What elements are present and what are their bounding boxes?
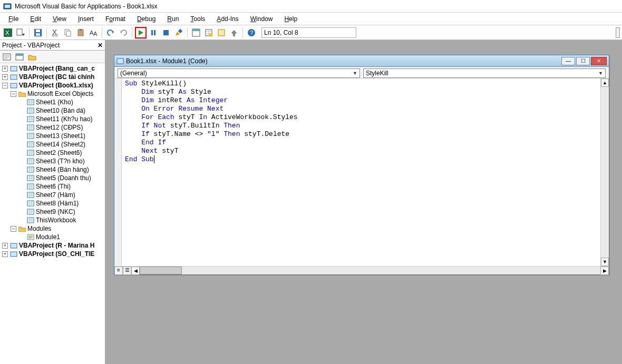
procedure-view-button[interactable]: ≡: [114, 267, 123, 275]
sheet-node[interactable]: Sheet4 (Bán hàng): [0, 165, 105, 174]
svg-rect-29: [218, 29, 225, 36]
minimize-button[interactable]: —: [561, 57, 575, 65]
project-node[interactable]: −VBAProject (Book1.xlsx): [0, 81, 105, 90]
sheet-node[interactable]: ThisWorkbook: [0, 216, 105, 224]
svg-rect-14: [80, 29, 82, 31]
menu-format[interactable]: Format: [100, 14, 131, 24]
code-margin: [114, 78, 122, 266]
sheet-node[interactable]: Sheet7 (Hàm): [0, 191, 105, 199]
sheet-node[interactable]: Sheet10 (Bán dá): [0, 106, 105, 115]
sheet-node[interactable]: Sheet9 (NKC): [0, 208, 105, 216]
svg-rect-37: [11, 75, 17, 80]
toggle-folders-icon[interactable]: [26, 51, 38, 63]
view-object-icon[interactable]: [14, 51, 25, 63]
menu-tools[interactable]: Tools: [185, 14, 210, 24]
svg-rect-53: [27, 218, 34, 223]
sheet-node[interactable]: Sheet12 (CĐPS): [0, 123, 105, 132]
object-combo[interactable]: (General)▼: [118, 68, 360, 78]
menu-addins[interactable]: Add-Ins: [211, 14, 244, 24]
menu-file[interactable]: File: [3, 14, 24, 24]
menu-debug[interactable]: Debug: [132, 14, 161, 24]
svg-point-28: [209, 33, 212, 36]
svg-rect-7: [36, 29, 40, 32]
sheet-node[interactable]: Sheet11 (Kh?u hao): [0, 115, 105, 123]
svg-text:?: ?: [250, 29, 253, 36]
horizontal-scrollbar[interactable]: ◀▶: [131, 267, 609, 274]
svg-rect-42: [27, 125, 34, 130]
excel-icon[interactable]: X: [2, 27, 14, 38]
svg-rect-51: [27, 201, 34, 206]
project-node[interactable]: +VBAProject (Bang_can_c: [0, 64, 105, 73]
object-browser-icon[interactable]: [216, 27, 227, 38]
svg-rect-24: [178, 28, 182, 33]
code-editor[interactable]: Sub StyleKill() Dim styT As Style Dim in…: [122, 78, 600, 266]
svg-rect-4: [17, 29, 22, 35]
project-node[interactable]: +VBAProject (R - Marina H: [0, 241, 105, 250]
svg-rect-21: [154, 30, 156, 35]
sheet-node[interactable]: Sheet6 (Thi): [0, 182, 105, 191]
menu-view[interactable]: View: [47, 14, 72, 24]
break-icon[interactable]: [148, 27, 159, 38]
project-pane-toolbar: [0, 51, 105, 63]
project-node[interactable]: +VBAProject (BC tài chính: [0, 73, 105, 81]
insert-dropdown-icon[interactable]: [15, 27, 26, 38]
help-icon[interactable]: ?: [246, 27, 257, 38]
paste-icon[interactable]: [75, 27, 86, 38]
cut-icon[interactable]: [50, 27, 61, 38]
svg-rect-52: [27, 209, 34, 214]
redo-icon[interactable]: [118, 27, 129, 38]
sheet-node[interactable]: Sheet5 (Doanh thu): [0, 174, 105, 182]
svg-rect-36: [11, 66, 17, 71]
run-sub-button[interactable]: [135, 27, 147, 38]
code-window-titlebar[interactable]: Book1.xlsx - Module1 (Code) — ☐ ✕: [114, 55, 609, 67]
sheet-node[interactable]: Sheet2 (Sheet6): [0, 149, 105, 157]
svg-rect-30: [233, 34, 235, 36]
maximize-button[interactable]: ☐: [576, 57, 590, 65]
svg-rect-45: [27, 150, 34, 155]
procedure-combo[interactable]: StyleKill▼: [363, 68, 606, 78]
save-icon[interactable]: [32, 27, 44, 38]
sheet-node[interactable]: Sheet13 (Sheet1): [0, 132, 105, 140]
copy-icon[interactable]: [62, 27, 74, 38]
svg-rect-41: [27, 116, 34, 122]
full-module-view-button[interactable]: ☰: [123, 267, 131, 275]
menu-insert[interactable]: Insert: [73, 14, 99, 24]
vertical-scrollbar[interactable]: ▲▼: [600, 78, 609, 266]
app-title: Microsoft Visual Basic for Applications …: [15, 3, 158, 10]
mdi-client-area: Book1.xlsx - Module1 (Code) — ☐ ✕ (Gener…: [105, 40, 622, 364]
find-icon[interactable]: AA: [88, 27, 99, 38]
menu-edit[interactable]: Edit: [25, 14, 46, 24]
svg-rect-46: [27, 159, 34, 164]
svg-rect-50: [27, 192, 34, 198]
project-explorer-icon[interactable]: [190, 27, 202, 38]
close-button[interactable]: ✕: [591, 57, 607, 65]
project-node[interactable]: +VBAProject (SO_CHI_TIE: [0, 250, 105, 258]
separator: [187, 27, 188, 38]
folder-node[interactable]: −Microsoft Excel Objects: [0, 90, 105, 98]
design-mode-icon[interactable]: [173, 27, 184, 38]
sheet-node[interactable]: Sheet3 (T?n kho): [0, 157, 105, 165]
properties-icon[interactable]: [203, 27, 215, 38]
sheet-node[interactable]: Sheet14 (Sheet2): [0, 140, 105, 149]
view-code-icon[interactable]: [1, 51, 13, 63]
separator: [46, 27, 47, 38]
svg-rect-8: [36, 33, 40, 36]
menu-run[interactable]: Run: [162, 14, 184, 24]
svg-rect-49: [27, 184, 34, 189]
sheet-node[interactable]: Sheet8 (Hàm1): [0, 199, 105, 208]
toolbox-icon[interactable]: [228, 27, 240, 38]
project-tree[interactable]: +VBAProject (Bang_can_c +VBAProject (BC …: [0, 63, 105, 364]
module-icon: [116, 57, 124, 65]
undo-icon[interactable]: [105, 27, 116, 38]
svg-rect-1: [5, 5, 10, 8]
menu-help[interactable]: Help: [279, 14, 303, 24]
svg-rect-12: [66, 31, 71, 36]
folder-node[interactable]: −Modules: [0, 224, 105, 233]
reset-icon[interactable]: [160, 27, 172, 38]
menu-window[interactable]: Window: [245, 14, 278, 24]
module-node[interactable]: Module1: [0, 233, 105, 241]
close-icon[interactable]: ✕: [98, 42, 103, 49]
sheet-node[interactable]: Sheet1 (Kho): [0, 98, 105, 106]
separator: [29, 27, 30, 38]
toolbar-overflow[interactable]: [616, 27, 620, 38]
